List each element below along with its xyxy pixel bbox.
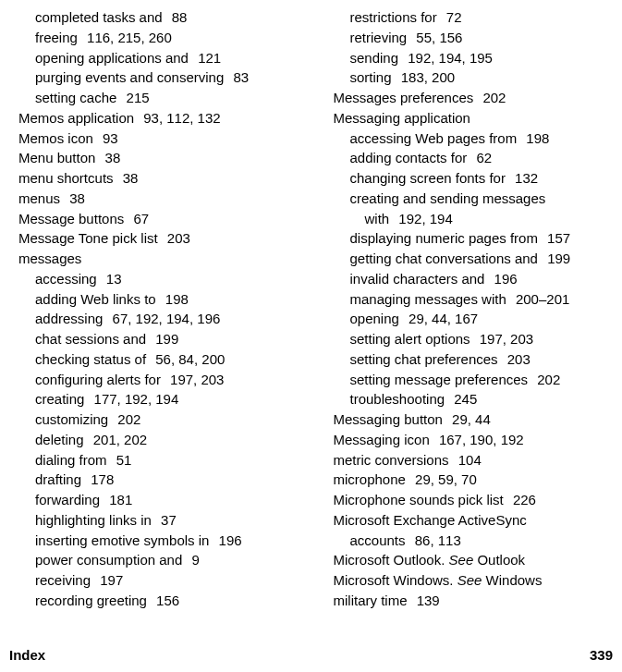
index-pages: 83 — [229, 69, 249, 85]
index-entry: highlighting links in 37 — [15, 510, 293, 531]
index-entry: adding contacts for 62 — [330, 148, 608, 168]
index-entry: addressing 67, 192, 194, 196 — [15, 309, 293, 329]
index-term: power consumption and — [35, 552, 182, 568]
index-pages: 202 — [114, 411, 140, 427]
index-entry: menu shortcuts 38 — [15, 168, 293, 189]
index-term: Memos application — [18, 110, 134, 126]
index-entry: sending 192, 194, 195 — [330, 48, 608, 68]
index-term: deleting — [35, 432, 84, 447]
index-term: inserting emotive symbols in — [35, 532, 209, 548]
index-entry: getting chat conversations and 199 — [330, 249, 608, 269]
index-term: managing messages with — [350, 291, 506, 307]
index-pages: 156 — [152, 593, 179, 608]
index-entry-continuation: with 192, 194 — [330, 209, 608, 229]
index-pages: 72 — [443, 9, 462, 25]
index-pages: 202 — [533, 372, 560, 387]
index-term: displaying numeric pages from — [350, 230, 538, 246]
index-term: accounts — [350, 532, 406, 548]
index-term: retrieving — [350, 30, 408, 45]
index-column-left: completed tasks and 88freeing 116, 215, … — [15, 7, 311, 611]
index-entry: Message Tone pick list 203 — [15, 228, 293, 249]
index-term: completed tasks and — [35, 9, 163, 25]
index-pages: 38 — [119, 170, 139, 186]
index-term: invalid characters and — [350, 271, 485, 287]
index-pages: 196 — [490, 271, 517, 287]
index-pages: 199 — [152, 331, 178, 347]
index-entry: creating 177, 192, 194 — [15, 389, 293, 409]
index-see-target: Windows — [482, 572, 542, 588]
index-entry: Microsoft Outlook. See Outlook — [330, 550, 608, 570]
index-term: menus — [18, 190, 60, 206]
page-footer: Index 339 — [0, 647, 622, 663]
index-pages: 51 — [113, 452, 132, 468]
index-entry: power consumption and 9 — [15, 550, 293, 570]
index-entry: changing screen fonts for 132 — [330, 168, 608, 189]
index-term: freeing — [35, 30, 78, 45]
index-entry: Microphone sounds pick list 226 — [330, 490, 608, 510]
index-term: adding Web links to — [35, 291, 156, 307]
index-pages: 200–201 — [512, 291, 570, 307]
index-entry: opening applications and 121 — [15, 48, 293, 68]
index-entry: setting message preferences 202 — [330, 370, 608, 390]
index-pages: 37 — [157, 512, 177, 528]
index-term: Microsoft Exchange ActiveSync — [334, 512, 527, 528]
index-pages: 67 — [129, 211, 149, 226]
index-entry: managing messages with 200–201 — [330, 289, 608, 310]
index-term: adding contacts for — [350, 150, 468, 165]
index-entry: troubleshooting 245 — [330, 389, 608, 409]
index-entry: inserting emotive symbols in 196 — [15, 531, 293, 551]
index-pages: 29, 44, 167 — [405, 311, 478, 326]
index-pages: 197, 203 — [476, 331, 534, 347]
index-entry: Menu button 38 — [15, 148, 293, 168]
index-pages: 56, 84, 200 — [152, 351, 225, 367]
index-entry: drafting 178 — [15, 470, 293, 490]
index-term: sending — [350, 50, 399, 66]
index-term: opening — [350, 311, 399, 326]
index-term: forwarding — [35, 492, 100, 507]
index-pages: 29, 59, 70 — [411, 471, 477, 487]
index-entry: displaying numeric pages from 157 — [330, 228, 608, 249]
index-term: setting message preferences — [350, 372, 529, 387]
index-term: receiving — [35, 572, 91, 588]
index-pages: 197 — [96, 572, 123, 588]
index-term: dialing from — [35, 452, 107, 468]
index-entry: accessing Web pages from 198 — [330, 128, 608, 149]
index-entry: military time 139 — [330, 591, 608, 611]
index-term: Messaging application — [334, 110, 470, 126]
index-entry: menus 38 — [15, 189, 293, 209]
index-term: recording greeting — [35, 593, 147, 608]
index-term: highlighting links in — [35, 512, 152, 528]
index-pages: 55, 156 — [412, 30, 462, 45]
index-entry: microphone 29, 59, 70 — [330, 470, 608, 490]
index-term: Microsoft Outlook. — [334, 552, 449, 568]
index-pages: 197, 203 — [166, 372, 225, 387]
index-term: troubleshooting — [350, 391, 445, 407]
index-term: chat sessions and — [35, 331, 146, 347]
index-entry: setting chat preferences 203 — [330, 349, 608, 370]
index-term: setting alert options — [350, 331, 470, 347]
index-term: customizing — [35, 411, 108, 427]
index-term: creating — [35, 391, 84, 407]
index-entry: checking status of 56, 84, 200 — [15, 349, 293, 370]
index-column-right: restrictions for 72retrieving 55, 156sen… — [311, 7, 608, 611]
index-pages: 181 — [105, 492, 132, 507]
index-term: accessing — [35, 271, 97, 287]
index-entry: Memos application 93, 112, 132 — [15, 108, 293, 128]
index-pages: 167, 190, 192 — [435, 432, 524, 447]
index-entry: Message buttons 67 — [15, 209, 293, 229]
index-term: metric conversions — [334, 452, 449, 468]
index-pages: 192, 194, 195 — [404, 50, 493, 66]
index-entry: customizing 202 — [15, 409, 293, 430]
index-term: accessing Web pages from — [350, 130, 518, 146]
index-pages: 203 — [164, 230, 190, 246]
index-term: Message buttons — [18, 211, 124, 226]
index-term: Menu button — [18, 150, 95, 165]
index-pages: 178 — [87, 471, 114, 487]
index-term: Microsoft Windows. — [334, 572, 457, 588]
index-entry: setting cache 215 — [15, 88, 293, 108]
index-entry: dialing from 51 — [15, 450, 293, 470]
index-term: purging events and conserving — [35, 69, 224, 85]
index-pages: 201, 202 — [90, 432, 148, 447]
index-term: opening applications and — [35, 50, 189, 66]
index-see-target: Outlook — [473, 552, 525, 568]
